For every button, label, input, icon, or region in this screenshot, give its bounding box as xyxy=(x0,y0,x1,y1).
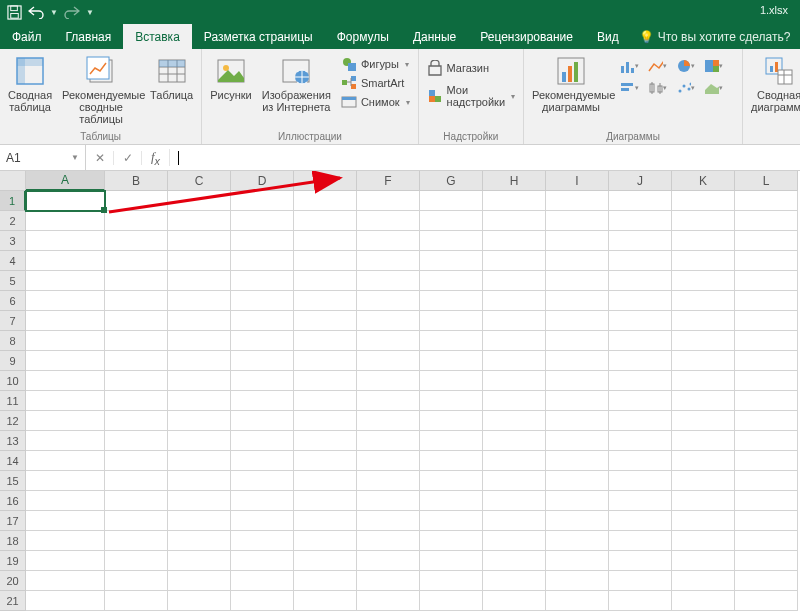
cell[interactable] xyxy=(26,391,105,411)
scatter-chart-button[interactable]: ▾ xyxy=(674,79,696,97)
treemap-chart-button[interactable]: ▾ xyxy=(702,57,724,75)
cell[interactable] xyxy=(546,551,609,571)
cell[interactable] xyxy=(26,451,105,471)
cell[interactable] xyxy=(105,431,168,451)
screenshot-button[interactable]: Снимок▾ xyxy=(339,93,412,111)
insert-function-button[interactable]: fx xyxy=(142,149,170,167)
cell[interactable] xyxy=(672,431,735,451)
surface-chart-button[interactable]: ▾ xyxy=(702,79,724,97)
cell[interactable] xyxy=(294,391,357,411)
pie-chart-button[interactable]: ▾ xyxy=(674,57,696,75)
cell[interactable] xyxy=(735,371,798,391)
cell[interactable] xyxy=(609,371,672,391)
cell[interactable] xyxy=(168,491,231,511)
tell-me-search[interactable]: 💡 Что вы хотите сделать? xyxy=(631,24,799,49)
cell[interactable] xyxy=(672,571,735,591)
pivot-table-button[interactable]: Сводная таблица xyxy=(6,53,54,115)
row-header[interactable]: 18 xyxy=(0,531,26,551)
cell[interactable] xyxy=(672,411,735,431)
cell[interactable] xyxy=(420,371,483,391)
cell[interactable] xyxy=(609,231,672,251)
cell[interactable] xyxy=(609,391,672,411)
bar-chart-button[interactable]: ▾ xyxy=(618,79,640,97)
cell[interactable] xyxy=(420,251,483,271)
cell[interactable] xyxy=(26,531,105,551)
cell[interactable] xyxy=(735,411,798,431)
cell[interactable] xyxy=(26,411,105,431)
cell[interactable] xyxy=(672,491,735,511)
cell[interactable] xyxy=(672,331,735,351)
cell[interactable] xyxy=(357,191,420,211)
myaddins-button[interactable]: Мои надстройки▾ xyxy=(425,83,517,109)
row-header[interactable]: 9 xyxy=(0,351,26,371)
cell[interactable] xyxy=(357,591,420,611)
cell[interactable] xyxy=(231,251,294,271)
cell[interactable] xyxy=(609,571,672,591)
cell[interactable] xyxy=(672,291,735,311)
cell[interactable] xyxy=(357,291,420,311)
cell[interactable] xyxy=(609,211,672,231)
redo-icon[interactable] xyxy=(64,4,80,20)
column-header[interactable]: D xyxy=(231,171,294,191)
cell[interactable] xyxy=(735,511,798,531)
row-header[interactable]: 3 xyxy=(0,231,26,251)
cell[interactable] xyxy=(105,511,168,531)
cell[interactable] xyxy=(168,291,231,311)
cell[interactable] xyxy=(26,491,105,511)
cell[interactable] xyxy=(105,471,168,491)
row-header[interactable]: 16 xyxy=(0,491,26,511)
cell[interactable] xyxy=(105,551,168,571)
cell[interactable] xyxy=(231,531,294,551)
cell[interactable] xyxy=(672,251,735,271)
cell[interactable] xyxy=(168,531,231,551)
cell[interactable] xyxy=(735,571,798,591)
cell[interactable] xyxy=(26,251,105,271)
cell[interactable] xyxy=(609,311,672,331)
cell[interactable] xyxy=(546,491,609,511)
cell[interactable] xyxy=(735,391,798,411)
cell[interactable] xyxy=(168,471,231,491)
cell[interactable] xyxy=(546,511,609,531)
cell[interactable] xyxy=(231,351,294,371)
row-header[interactable]: 2 xyxy=(0,211,26,231)
cell[interactable] xyxy=(231,571,294,591)
cell[interactable] xyxy=(546,531,609,551)
cell[interactable] xyxy=(294,211,357,231)
row-header[interactable]: 4 xyxy=(0,251,26,271)
cell[interactable] xyxy=(294,531,357,551)
cell[interactable] xyxy=(672,451,735,471)
tab-layout[interactable]: Разметка страницы xyxy=(192,24,325,49)
cell[interactable] xyxy=(672,551,735,571)
cell[interactable] xyxy=(168,451,231,471)
cell[interactable] xyxy=(546,211,609,231)
online-pictures-button[interactable]: Изображения из Интернета xyxy=(260,53,333,115)
cell[interactable] xyxy=(735,191,798,211)
cell[interactable] xyxy=(294,591,357,611)
cell[interactable] xyxy=(735,431,798,451)
cell[interactable] xyxy=(672,391,735,411)
column-chart-button[interactable]: ▾ xyxy=(618,57,640,75)
cell[interactable] xyxy=(735,331,798,351)
cell[interactable] xyxy=(483,311,546,331)
table-button[interactable]: Таблица xyxy=(148,53,195,103)
cell[interactable] xyxy=(168,511,231,531)
cell[interactable] xyxy=(420,291,483,311)
tab-file[interactable]: Файл xyxy=(0,24,54,49)
row-header[interactable]: 21 xyxy=(0,591,26,611)
row-header[interactable]: 17 xyxy=(0,511,26,531)
row-header[interactable]: 11 xyxy=(0,391,26,411)
shapes-button[interactable]: Фигуры▾ xyxy=(339,55,412,73)
cell[interactable] xyxy=(294,351,357,371)
cell[interactable] xyxy=(26,591,105,611)
cell[interactable] xyxy=(26,271,105,291)
smartart-button[interactable]: SmartArt xyxy=(339,74,412,92)
cell[interactable] xyxy=(357,211,420,231)
cell[interactable] xyxy=(483,291,546,311)
store-button[interactable]: Магазин xyxy=(425,59,517,77)
cell[interactable] xyxy=(420,451,483,471)
cell[interactable] xyxy=(546,191,609,211)
pivot-chart-button[interactable]: Сводная диаграмма xyxy=(749,53,800,115)
cell[interactable] xyxy=(26,511,105,531)
cell[interactable] xyxy=(105,351,168,371)
cell[interactable] xyxy=(168,431,231,451)
